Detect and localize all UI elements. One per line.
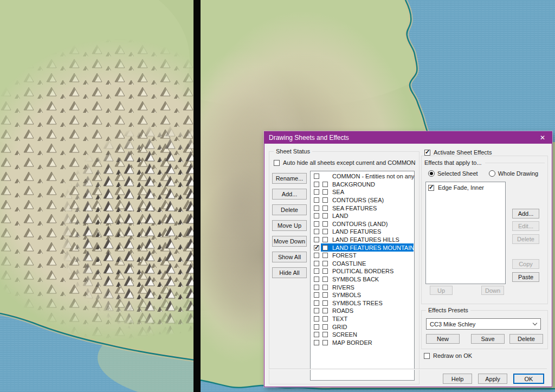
sheet-row[interactable]: BACKGROUND: [311, 181, 414, 189]
sheet-hide-checkbox[interactable]: [322, 268, 328, 274]
sheet-visible-checkbox[interactable]: [314, 237, 319, 242]
sheet-row[interactable]: MAP BORDER: [311, 338, 414, 346]
effect-checkbox[interactable]: [428, 185, 434, 191]
sheet-row[interactable]: TEXT: [311, 315, 414, 323]
sheet-hide-checkbox[interactable]: [322, 285, 328, 290]
sheet-row[interactable]: CONTOURS (LAND): [311, 220, 414, 228]
sheet-hide-checkbox[interactable]: [322, 332, 328, 337]
sheet-visible-checkbox[interactable]: [314, 268, 319, 274]
sheet-row[interactable]: POLITICAL BORDERS: [311, 267, 414, 275]
sheet-hide-checkbox[interactable]: [322, 182, 328, 187]
sheet-hide-checkbox[interactable]: [322, 229, 328, 234]
sheet-button-delete[interactable]: Delete: [272, 204, 307, 215]
sheet-row[interactable]: COASTLINE: [311, 260, 414, 268]
sheet-hide-checkbox[interactable]: [322, 253, 328, 258]
apply-button[interactable]: Apply: [478, 374, 507, 384]
ok-button[interactable]: OK: [513, 374, 544, 384]
sheet-row[interactable]: SYMBOLS: [311, 291, 414, 299]
sheet-row[interactable]: LAND: [311, 212, 414, 220]
sheet-button-show-all[interactable]: Show All: [272, 252, 307, 262]
sheet-hide-checkbox[interactable]: [322, 292, 328, 298]
sheet-hide-checkbox[interactable]: [322, 221, 328, 227]
redraw-checkbox-row[interactable]: Redraw on OK: [424, 352, 472, 359]
sheet-hide-checkbox[interactable]: [322, 245, 328, 250]
sheet-row[interactable]: LAND FEATURES MOUNTAINS: [311, 243, 414, 252]
sheet-visible-checkbox[interactable]: [314, 261, 319, 266]
effect-button-paste[interactable]: Paste: [512, 272, 539, 282]
sheet-hide-checkbox[interactable]: [322, 197, 328, 203]
auto-hide-checkbox[interactable]: [274, 160, 280, 166]
sheet-visible-checkbox[interactable]: [314, 182, 319, 187]
sheet-row[interactable]: COMMON - Entities not on any: [311, 172, 414, 181]
sheet-visible-checkbox[interactable]: [314, 253, 319, 258]
sheet-hide-checkbox[interactable]: [322, 213, 328, 219]
sheet-visible-checkbox[interactable]: [314, 300, 319, 306]
sheet-visible-checkbox[interactable]: [314, 340, 319, 345]
sheet-row[interactable]: SYMBOLS BACK: [311, 275, 414, 284]
sheet-visible-checkbox[interactable]: [314, 316, 319, 322]
sheet-row[interactable]: ROADS: [311, 307, 414, 315]
sheet-button-add[interactable]: Add...: [272, 189, 307, 200]
sheet-visible-checkbox[interactable]: [314, 189, 319, 195]
sheet-button-rename[interactable]: Rename...: [272, 173, 307, 184]
sheet-row[interactable]: CONTOURS (SEA): [311, 196, 414, 204]
sheet-row[interactable]: LAND FEATURES HILLS: [311, 236, 414, 244]
sheet-hide-checkbox[interactable]: [322, 308, 328, 313]
sheet-visible-checkbox[interactable]: [314, 285, 319, 290]
sheet-visible-checkbox[interactable]: [314, 229, 319, 234]
sheet-visible-checkbox[interactable]: [314, 308, 319, 313]
effect-button-edit[interactable]: Edit...: [512, 221, 539, 231]
effect-button-delete[interactable]: Delete: [512, 234, 539, 244]
sheet-row[interactable]: GRID: [311, 323, 414, 331]
sheet-button-hide-all[interactable]: Hide All: [272, 267, 307, 278]
effect-item[interactable]: Edge Fade, Inner: [428, 184, 505, 191]
down-button[interactable]: Down: [481, 286, 504, 295]
activate-effects-row[interactable]: Activate Sheet Effects: [423, 149, 493, 156]
whole-drawing-radio[interactable]: [489, 170, 495, 177]
sheet-visible-checkbox[interactable]: [314, 221, 319, 227]
preset-button-delete[interactable]: Delete: [509, 334, 543, 344]
sheet-hide-checkbox[interactable]: [322, 189, 328, 195]
effect-button-add[interactable]: Add...: [512, 209, 539, 219]
sheet-hide-checkbox[interactable]: [322, 237, 328, 242]
sheet-visible-checkbox[interactable]: [314, 245, 319, 250]
dialog-titlebar[interactable]: Drawing Sheets and Effects ✕: [264, 132, 552, 144]
sheet-hide-checkbox[interactable]: [322, 316, 328, 322]
auto-hide-checkbox-row[interactable]: Auto hide all sheets except current and …: [274, 159, 416, 166]
redraw-checkbox[interactable]: [424, 353, 430, 359]
sheet-hide-checkbox[interactable]: [322, 277, 328, 282]
presets-dropdown[interactable]: CC3 Mike Schley: [426, 318, 541, 330]
sheet-visible-checkbox[interactable]: [314, 173, 319, 179]
sheet-row[interactable]: SEA FEATURES: [311, 204, 414, 212]
sheet-visible-checkbox[interactable]: [314, 205, 319, 211]
sheet-visible-checkbox[interactable]: [314, 213, 319, 219]
selected-sheet-radio[interactable]: [428, 170, 435, 177]
help-button[interactable]: Help: [443, 374, 472, 384]
close-icon[interactable]: ✕: [533, 132, 552, 144]
up-button[interactable]: Up: [430, 286, 453, 295]
sheet-button-move-up[interactable]: Move Up: [272, 220, 307, 231]
sheet-hide-checkbox[interactable]: [322, 324, 328, 330]
sheet-hide-checkbox[interactable]: [322, 205, 328, 211]
sheet-visible-checkbox[interactable]: [314, 277, 319, 282]
sheet-list[interactable]: COMMON - Entities not on anyBACKGROUNDSE…: [310, 171, 415, 381]
preset-button-new[interactable]: New: [426, 334, 460, 344]
sheet-visible-checkbox[interactable]: [314, 197, 319, 203]
sheet-visible-checkbox[interactable]: [314, 324, 319, 330]
effects-list[interactable]: Edge Fade, Inner: [425, 182, 506, 284]
sheet-row[interactable]: SEA: [311, 188, 414, 196]
sheet-row[interactable]: FOREST: [311, 252, 414, 260]
sheet-hide-checkbox[interactable]: [322, 300, 328, 306]
sheet-row[interactable]: RIVERS: [311, 283, 414, 291]
sheet-visible-checkbox[interactable]: [314, 332, 319, 337]
preset-button-save[interactable]: Save: [471, 334, 505, 344]
sheet-row[interactable]: SYMBOLS TREES: [311, 299, 414, 307]
activate-effects-checkbox[interactable]: [424, 150, 430, 156]
sheet-row[interactable]: LAND FEATURES: [311, 228, 414, 236]
sheet-hide-checkbox[interactable]: [322, 340, 328, 345]
sheet-hide-checkbox[interactable]: [322, 261, 328, 266]
sheet-visible-checkbox[interactable]: [314, 292, 319, 298]
sheet-row[interactable]: SCREEN: [311, 331, 414, 339]
sheet-button-move-down[interactable]: Move Down: [272, 236, 307, 247]
effect-button-copy[interactable]: Copy: [512, 259, 539, 269]
